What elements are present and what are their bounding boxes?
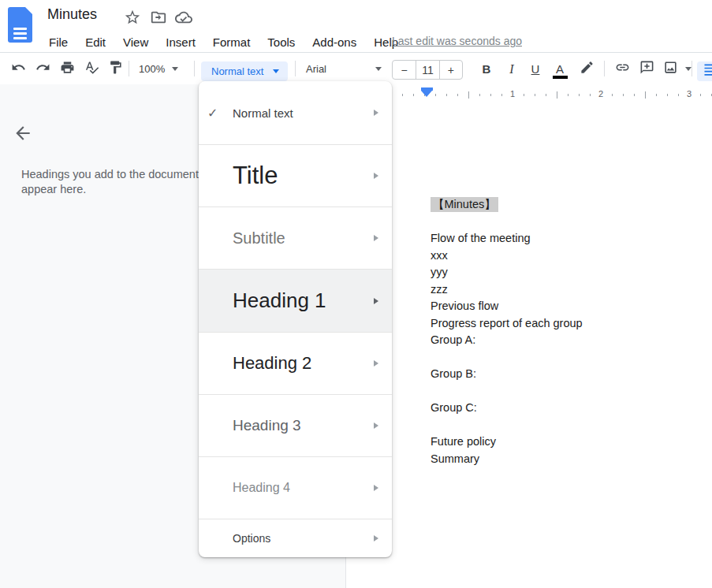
cloud-saved-icon[interactable] [175,9,192,26]
star-icon[interactable] [124,9,141,26]
doc-line[interactable]: Group C: [431,400,583,417]
move-folder-icon[interactable] [150,9,167,26]
doc-line[interactable]: yyy [431,264,583,281]
header: Minutes File Edit View Insert Format Too… [0,0,712,53]
menu-item-heading-3[interactable]: Heading 3 [199,394,392,456]
paint-format-button[interactable] [105,59,125,79]
document-page[interactable]: 1 2 3 【Minutes】 Flow of the meeting xxx … [346,84,712,588]
zoom-value: 100% [139,63,165,75]
doc-line[interactable] [431,417,583,434]
submenu-arrow-icon [374,535,378,541]
toolbar-divider [194,61,195,76]
document-title[interactable]: Minutes [47,6,97,23]
chevron-down-icon [273,69,279,73]
menu-tools[interactable]: Tools [259,34,304,50]
submenu-arrow-icon [374,360,378,367]
doc-line[interactable] [431,214,583,231]
zoom-select[interactable]: 100% [139,59,178,79]
highlight-button[interactable] [576,59,597,79]
font-size-increase-button[interactable]: + [439,61,462,79]
paragraph-style-value: Normal text [211,65,263,77]
undo-icon [11,60,26,78]
chevron-down-icon [172,67,178,71]
submenu-arrow-icon [374,298,378,304]
close-outline-button[interactable] [13,123,33,143]
menu-item-title[interactable]: Title [199,144,392,207]
menu-item-label: Options [233,532,270,545]
doc-line[interactable]: Progress report of each group [431,315,583,333]
chevron-down-icon [375,67,382,71]
paint-format-icon [108,60,123,78]
menu-view[interactable]: View [114,34,157,50]
menu-item-label: Subtitle [233,229,285,247]
doc-line[interactable]: Group A: [431,332,583,349]
back-arrow-icon [13,132,33,146]
logo-line [13,37,27,39]
menu-item-label: Heading 3 [233,417,301,434]
menu-item-options[interactable]: Options [199,519,392,557]
doc-line[interactable]: Previous flow [431,298,583,315]
italic-button[interactable]: I [501,59,522,79]
menu-addons[interactable]: Add-ons [304,34,365,50]
toolbar-divider [295,61,296,76]
menu-item-heading-2[interactable]: Heading 2 [199,332,392,394]
last-edit-link[interactable]: Last edit was seconds ago [392,35,522,47]
font-size-decrease-button[interactable]: − [393,61,416,79]
undo-button[interactable] [8,59,28,79]
font-family-select[interactable]: Arial [306,59,382,79]
menu-file[interactable]: File [40,34,76,50]
selected-text[interactable]: 【Minutes】 [431,197,498,212]
ruler-ticks [391,94,712,96]
doc-line[interactable]: Flow of the meeting [431,230,583,247]
chevron-down-icon[interactable] [685,67,691,71]
add-comment-button[interactable] [636,59,657,79]
bold-button[interactable]: B [476,59,497,79]
redo-button[interactable] [32,59,53,79]
spellcheck-button[interactable] [81,59,102,79]
insert-link-button[interactable] [612,59,632,79]
doc-line[interactable]: xxx [431,247,583,265]
paragraph-styles-menu: ✓ Normal text Title Subtitle Heading 1 H… [199,81,392,557]
doc-line[interactable]: Future policy [431,434,583,451]
highlighter-icon [580,60,595,78]
toolbar: 100% Normal text Arial − 11 + B I U A [0,53,712,84]
insert-image-button[interactable] [660,59,680,79]
logo-fold [25,7,32,14]
menu-format[interactable]: Format [204,34,259,50]
align-left-button[interactable] [697,61,712,81]
doc-line[interactable]: Group B: [431,366,583,383]
ruler-halfmark [557,91,557,99]
menu-item-subtitle[interactable]: Subtitle [199,207,392,269]
paragraph-style-select[interactable]: Normal text [201,61,288,81]
doc-line: 【Minutes】 [431,196,583,214]
font-size-value[interactable]: 11 [416,61,438,79]
submenu-arrow-icon [374,110,378,116]
ruler[interactable]: 1 2 3 [347,86,712,102]
google-docs-window: Minutes File Edit View Insert Format Too… [0,0,712,588]
doc-line[interactable]: Summary [431,451,583,468]
ruler-number: 1 [508,89,517,99]
menu-item-heading-4[interactable]: Heading 4 [199,456,392,519]
menu-item-label: Heading 1 [233,288,326,313]
submenu-arrow-icon [374,173,378,179]
print-button[interactable] [57,59,77,79]
menu-item-label: Title [233,162,278,190]
document-text[interactable]: 【Minutes】 Flow of the meeting xxx yyy zz… [431,196,583,467]
toolbar-divider [604,61,605,76]
menu-insert[interactable]: Insert [157,34,204,50]
doc-line[interactable]: zzz [431,281,583,299]
menu-item-heading-1[interactable]: Heading 1 [199,269,392,332]
underline-button[interactable]: U [525,59,546,79]
doc-line[interactable] [431,349,583,367]
menubar: File Edit View Insert Format Tools Add-o… [40,32,407,51]
docs-logo-icon[interactable] [8,7,32,43]
menu-item-normal-text[interactable]: ✓ Normal text [199,81,392,144]
menu-edit[interactable]: Edit [76,34,114,50]
submenu-arrow-icon [374,422,378,429]
menu-item-label: Heading 2 [233,353,311,374]
redo-icon [35,60,50,78]
font-family-value: Arial [306,63,326,75]
insert-image-icon [663,60,678,78]
doc-line[interactable] [431,383,583,400]
indent-marker-icon[interactable] [421,87,433,98]
